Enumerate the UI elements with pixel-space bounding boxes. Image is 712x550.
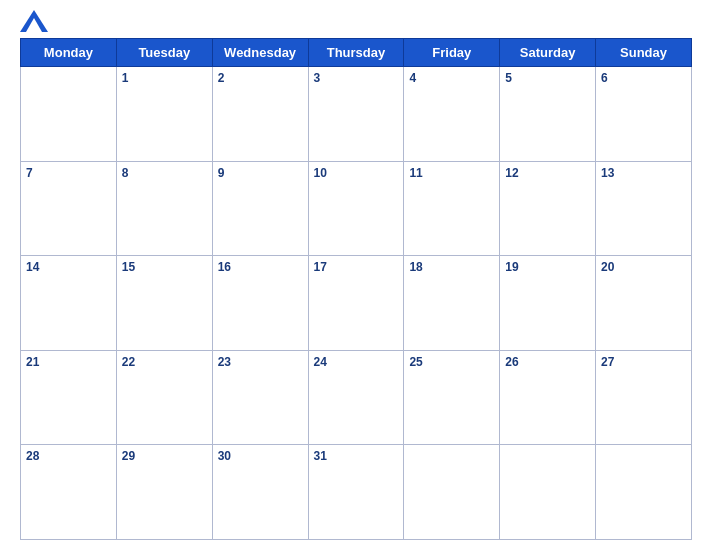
weekday-thursday: Thursday — [308, 39, 404, 67]
calendar-cell: 1 — [116, 67, 212, 162]
week-row-5: 28293031 — [21, 445, 692, 540]
calendar-cell: 22 — [116, 350, 212, 445]
weekday-tuesday: Tuesday — [116, 39, 212, 67]
calendar-cell: 10 — [308, 161, 404, 256]
calendar-cell: 13 — [596, 161, 692, 256]
day-number: 4 — [409, 71, 416, 85]
day-number: 18 — [409, 260, 422, 274]
logo — [20, 10, 52, 32]
calendar-cell: 24 — [308, 350, 404, 445]
day-number: 27 — [601, 355, 614, 369]
calendar-cell: 12 — [500, 161, 596, 256]
day-number: 15 — [122, 260, 135, 274]
week-row-1: 123456 — [21, 67, 692, 162]
day-number: 14 — [26, 260, 39, 274]
logo-icon — [20, 10, 48, 32]
calendar-cell: 9 — [212, 161, 308, 256]
calendar-cell: 6 — [596, 67, 692, 162]
calendar-cell: 28 — [21, 445, 117, 540]
day-number: 2 — [218, 71, 225, 85]
calendar-cell: 16 — [212, 256, 308, 351]
day-number: 19 — [505, 260, 518, 274]
calendar-cell — [596, 445, 692, 540]
calendar-cell: 17 — [308, 256, 404, 351]
day-number: 22 — [122, 355, 135, 369]
day-number: 21 — [26, 355, 39, 369]
calendar-cell — [21, 67, 117, 162]
calendar-header-row: MondayTuesdayWednesdayThursdayFridaySatu… — [21, 39, 692, 67]
day-number: 1 — [122, 71, 129, 85]
day-number: 5 — [505, 71, 512, 85]
week-row-4: 21222324252627 — [21, 350, 692, 445]
calendar-cell: 8 — [116, 161, 212, 256]
weekday-saturday: Saturday — [500, 39, 596, 67]
day-number: 25 — [409, 355, 422, 369]
day-number: 26 — [505, 355, 518, 369]
day-number: 6 — [601, 71, 608, 85]
calendar-cell: 23 — [212, 350, 308, 445]
weekday-friday: Friday — [404, 39, 500, 67]
calendar-cell — [500, 445, 596, 540]
calendar-cell — [404, 445, 500, 540]
day-number: 17 — [314, 260, 327, 274]
calendar-cell: 15 — [116, 256, 212, 351]
calendar-cell: 21 — [21, 350, 117, 445]
week-row-3: 14151617181920 — [21, 256, 692, 351]
calendar-cell: 29 — [116, 445, 212, 540]
day-number: 9 — [218, 166, 225, 180]
day-number: 10 — [314, 166, 327, 180]
calendar-header — [20, 10, 692, 32]
day-number: 7 — [26, 166, 33, 180]
weekday-sunday: Sunday — [596, 39, 692, 67]
calendar-cell: 7 — [21, 161, 117, 256]
weekday-wednesday: Wednesday — [212, 39, 308, 67]
calendar-cell: 26 — [500, 350, 596, 445]
calendar-cell: 4 — [404, 67, 500, 162]
day-number: 11 — [409, 166, 422, 180]
calendar-cell: 2 — [212, 67, 308, 162]
calendar-table: MondayTuesdayWednesdayThursdayFridaySatu… — [20, 38, 692, 540]
calendar-cell: 11 — [404, 161, 500, 256]
calendar-cell: 5 — [500, 67, 596, 162]
day-number: 13 — [601, 166, 614, 180]
day-number: 12 — [505, 166, 518, 180]
calendar-cell: 25 — [404, 350, 500, 445]
calendar-cell: 20 — [596, 256, 692, 351]
calendar-cell: 14 — [21, 256, 117, 351]
day-number: 3 — [314, 71, 321, 85]
calendar-cell: 31 — [308, 445, 404, 540]
day-number: 8 — [122, 166, 129, 180]
calendar-cell: 27 — [596, 350, 692, 445]
calendar-body: 1234567891011121314151617181920212223242… — [21, 67, 692, 540]
calendar-cell: 3 — [308, 67, 404, 162]
weekday-header-row: MondayTuesdayWednesdayThursdayFridaySatu… — [21, 39, 692, 67]
day-number: 23 — [218, 355, 231, 369]
calendar-cell: 19 — [500, 256, 596, 351]
day-number: 28 — [26, 449, 39, 463]
week-row-2: 78910111213 — [21, 161, 692, 256]
weekday-monday: Monday — [21, 39, 117, 67]
calendar-cell: 30 — [212, 445, 308, 540]
day-number: 16 — [218, 260, 231, 274]
day-number: 30 — [218, 449, 231, 463]
day-number: 31 — [314, 449, 327, 463]
day-number: 20 — [601, 260, 614, 274]
day-number: 29 — [122, 449, 135, 463]
calendar-cell: 18 — [404, 256, 500, 351]
day-number: 24 — [314, 355, 327, 369]
